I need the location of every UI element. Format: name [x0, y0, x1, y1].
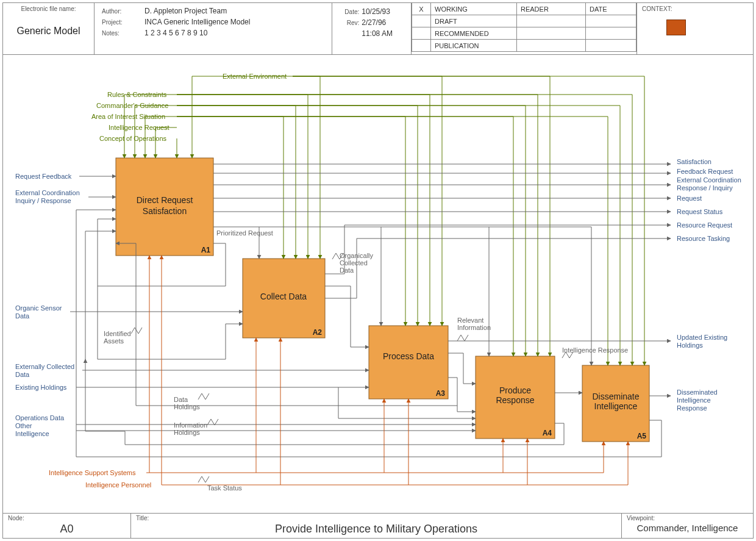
out-updhold-2: Holdings: [677, 342, 703, 349]
diagram-frame: Electronic file name: Generic Model Auth…: [2, 2, 754, 539]
lbl-idassets-2: Assets: [104, 337, 124, 345]
lbl-prioritized-request: Prioritized Request: [216, 229, 273, 237]
out-fbreq: Feedback Request: [677, 168, 733, 175]
status-row: RECOMMENDED: [431, 27, 517, 40]
rev-value: 2/27/96: [361, 18, 405, 27]
svg-text:A1: A1: [201, 246, 211, 254]
activity-a1: Direct Request Satisfaction A1: [116, 158, 213, 256]
rev-label: Rev:: [338, 18, 360, 27]
diagram-canvas: Direct Request Satisfaction A1 Collect D…: [3, 54, 753, 515]
notes-label: Notes:: [99, 27, 142, 38]
ftr-title: Title: Provide Intelligence to Military …: [131, 514, 622, 538]
lbl-datahold-1: Data: [174, 396, 188, 403]
lbl-intresp: Intelligence Response: [562, 346, 628, 354]
footer: Node: A0 Title: Provide Intelligence to …: [3, 513, 753, 538]
idef0-diagram: Electronic file name: Generic Model Auth…: [0, 0, 756, 541]
activity-a2: Collect Data A2: [243, 259, 325, 338]
reader-label: READER: [517, 3, 586, 15]
lbl-infohold-2: Holdings: [174, 429, 200, 436]
efname-value: Generic Model: [8, 26, 89, 37]
vp-label: Viewpoint:: [627, 515, 748, 521]
out-req: Request: [677, 195, 702, 202]
out-reqstat: Request Status: [677, 208, 723, 215]
context-label: CONTEXT:: [642, 5, 748, 12]
svg-text:Intelligence: Intelligence: [594, 401, 638, 411]
svg-text:A4: A4: [543, 429, 552, 437]
svg-text:Collect Data: Collect Data: [260, 292, 307, 301]
project-value: INCA Generic Intelligence Model: [142, 16, 327, 27]
notes-value: 1 2 3 4 5 6 7 8 9 10: [142, 27, 327, 38]
rev-time: 11:08 AM: [361, 29, 405, 38]
activity-a5: Disseminate Intelligence A5: [582, 365, 649, 442]
status-row: DRAFT: [431, 15, 517, 27]
out-dissem-3: Response: [677, 404, 707, 412]
out-updhold-1: Updated Existing: [677, 334, 727, 341]
svg-text:Process Data: Process Data: [383, 351, 434, 361]
node-label: Node:: [8, 515, 126, 521]
hdr-dates: Date: 10/25/93 Rev: 2/27/96 11:08 AM: [332, 3, 412, 54]
title-label: Title:: [136, 515, 616, 521]
out-restask: Resource Tasking: [677, 235, 730, 242]
header: Electronic file name: Generic Model Auth…: [3, 3, 753, 55]
lbl-datahold-2: Holdings: [174, 403, 200, 410]
svg-text:A5: A5: [637, 432, 647, 440]
ctrl-conops: Concept of Operations: [99, 135, 167, 142]
svg-text:Satisfaction: Satisfaction: [143, 206, 187, 216]
ftr-viewpoint: Viewpoint: Commander, Intelligence: [622, 514, 753, 538]
lbl-idassets-1: Identified: [104, 330, 131, 337]
status-x: X: [412, 3, 431, 15]
date-value: 10/25/93: [361, 7, 405, 16]
mech-ip: Intelligence Personnel: [85, 481, 151, 489]
rdate-label: DATE: [586, 3, 637, 15]
in-osd-2: Data: [15, 312, 30, 320]
lbl-taskstat: Task Status: [207, 484, 242, 492]
svg-text:A2: A2: [313, 328, 323, 337]
out-extcoord-1: External Coordination: [677, 176, 741, 184]
author-label: Author:: [99, 5, 142, 16]
in-otherint-1: Other: [15, 422, 32, 429]
lbl-ocd-3: Data: [340, 267, 354, 274]
status-row: WORKING: [431, 3, 517, 15]
efname-label: Electronic file name:: [8, 5, 89, 12]
status-row: PUBLICATION: [431, 40, 517, 52]
ftr-node: Node: A0: [3, 514, 131, 538]
mech-iss: Intelligence Support Systems: [49, 469, 136, 476]
in-extcol-2: Data: [15, 371, 30, 378]
node-value: A0: [8, 523, 126, 536]
project-label: Project:: [99, 16, 142, 27]
out-dissem-1: Disseminated: [677, 389, 718, 396]
hdr-meta: Author: D. Appleton Project Team Project…: [94, 3, 332, 54]
context-swatch: [666, 20, 686, 35]
svg-text:Produce: Produce: [499, 385, 531, 395]
hdr-context: CONTEXT:: [637, 3, 753, 54]
lbl-relinfo-1: Relevant: [457, 317, 483, 324]
lbl-relinfo-2: Information: [457, 324, 491, 331]
svg-text:Response: Response: [496, 395, 534, 405]
hdr-status: X WORKING READER DATE DRAFT RECOMMENDED …: [412, 3, 637, 54]
title-value: Provide Intelligence to Military Operati…: [136, 523, 616, 536]
vp-value: Commander, Intelligence: [627, 523, 748, 533]
in-extcoord-1: External Coordination: [15, 189, 80, 196]
in-existhold: Existing Holdings: [15, 384, 67, 391]
svg-text:Disseminate: Disseminate: [592, 392, 639, 401]
svg-text:Direct Request: Direct Request: [137, 195, 193, 205]
activity-a3: Process Data A3: [369, 326, 448, 399]
out-extcoord-2: Response / Inquiry: [677, 184, 733, 192]
in-reqfb: Request Feedback: [15, 173, 72, 180]
in-extcoord-2: Inquiry / Response: [15, 197, 71, 204]
svg-rect-7: [369, 326, 448, 399]
svg-text:A3: A3: [436, 389, 446, 398]
in-extcol-1: Externally Collected: [15, 363, 74, 370]
lbl-ocd-2: Collected: [340, 259, 368, 267]
in-opdata: Operations Data: [15, 414, 65, 421]
author-value: D. Appleton Project Team: [142, 5, 327, 16]
lbl-infohold-1: Information: [174, 421, 207, 429]
in-osd-1: Organic Sensor: [15, 304, 62, 312]
out-sat: Satisfaction: [677, 158, 711, 165]
hdr-filename: Electronic file name: Generic Model: [3, 3, 94, 54]
out-dissem-2: Intelligence: [677, 396, 711, 404]
activity-a4: Produce Response A4: [476, 356, 555, 439]
in-otherint-2: Intelligence: [15, 430, 49, 437]
date-label: Date:: [338, 7, 360, 16]
out-resreq: Resource Request: [677, 221, 732, 229]
